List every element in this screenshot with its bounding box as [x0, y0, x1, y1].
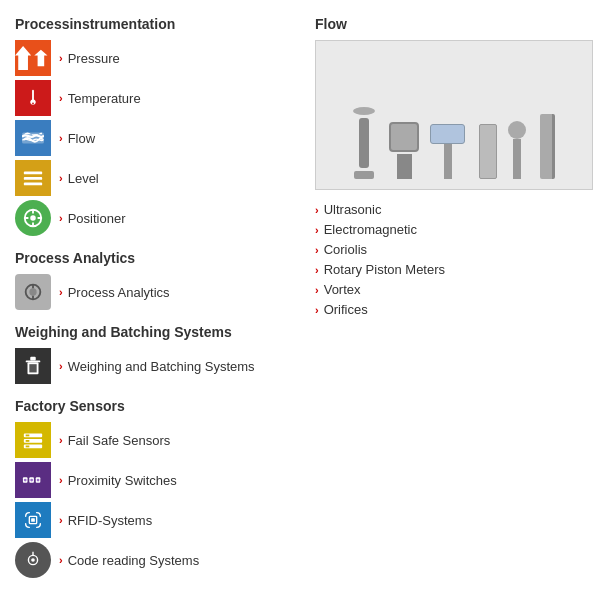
failsafe-link[interactable]: › Fail Safe Sensors	[59, 433, 170, 448]
flow-svg	[22, 127, 44, 149]
left-column: Processinstrumentation › Pressure	[0, 0, 300, 592]
weighing-link[interactable]: › Weighing and Batching Systems	[59, 359, 255, 374]
flow-image-inner	[316, 41, 592, 189]
positioner-icon	[15, 200, 51, 236]
flow-list-item-rotary[interactable]: › Rotary Piston Meters	[315, 262, 590, 277]
level-link[interactable]: › Level	[59, 171, 99, 186]
pressure-icon	[15, 40, 51, 76]
svg-rect-14	[30, 357, 36, 361]
rfid-svg	[22, 509, 44, 531]
flow-list-item-coriolis[interactable]: › Coriolis	[315, 242, 590, 257]
chevron-icon: ›	[59, 52, 63, 64]
menu-item-failsafe[interactable]: › Fail Safe Sensors	[15, 422, 285, 458]
flow-list: › Ultrasonic › Electromagnetic › Corioli…	[315, 202, 590, 317]
chevron-icon: ›	[59, 172, 63, 184]
menu-item-proximity[interactable]: › Proximity Switches	[15, 462, 285, 498]
section-processanalytics: Process Analytics › Process Analytics	[15, 250, 285, 310]
svg-rect-1	[24, 172, 42, 175]
chevron-icon: ›	[59, 212, 63, 224]
chevron-icon: ›	[315, 224, 319, 236]
temperature-svg	[22, 87, 44, 109]
svg-rect-23	[26, 446, 30, 448]
chevron-icon: ›	[59, 554, 63, 566]
svg-rect-3	[24, 183, 42, 186]
section-title-factorysensors: Factory Sensors	[15, 398, 285, 414]
rfid-icon	[15, 502, 51, 538]
proximity-icon	[15, 462, 51, 498]
flow-list-item-ultrasonic[interactable]: › Ultrasonic	[315, 202, 590, 217]
svg-point-28	[30, 479, 33, 482]
section-title-processanalytics: Process Analytics	[15, 250, 285, 266]
svg-rect-17	[29, 364, 36, 372]
chevron-icon: ›	[59, 474, 63, 486]
svg-point-29	[37, 479, 40, 482]
svg-rect-31	[31, 518, 35, 522]
menu-item-weighing[interactable]: › Weighing and Batching Systems	[15, 348, 285, 384]
chevron-icon: ›	[315, 244, 319, 256]
svg-point-34	[31, 558, 35, 562]
chevron-icon: ›	[59, 434, 63, 446]
flow-list-item-vortex[interactable]: › Vortex	[315, 282, 590, 297]
failsafe-svg	[22, 429, 44, 451]
section-weighing: Weighing and Batching Systems › Weigh	[15, 324, 285, 384]
svg-rect-21	[26, 435, 30, 437]
section-processinstrumentation: Processinstrumentation › Pressure	[15, 16, 285, 236]
chevron-icon: ›	[59, 360, 63, 372]
code-icon	[15, 542, 51, 578]
temperature-icon	[15, 80, 51, 116]
chevron-icon: ›	[59, 92, 63, 104]
flow-list-item-electromagnetic[interactable]: › Electromagnetic	[315, 222, 590, 237]
chevron-icon: ›	[315, 284, 319, 296]
flow-list-item-orifices[interactable]: › Orifices	[315, 302, 590, 317]
analytics-svg	[22, 281, 44, 303]
chevron-icon: ›	[315, 264, 319, 276]
level-svg	[22, 167, 44, 189]
svg-point-5	[30, 215, 36, 221]
level-icon	[15, 160, 51, 196]
menu-item-code[interactable]: › Code reading Systems	[15, 542, 285, 578]
section-title-processinstrumentation: Processinstrumentation	[15, 16, 285, 32]
menu-item-positioner[interactable]: › Positioner	[15, 200, 285, 236]
page-layout: Processinstrumentation › Pressure	[0, 0, 605, 592]
right-column: Flow	[300, 0, 605, 592]
failsafe-icon	[15, 422, 51, 458]
instrument-group	[353, 107, 555, 179]
svg-rect-15	[26, 361, 41, 363]
svg-rect-2	[24, 177, 42, 180]
menu-item-processanalytics[interactable]: › Process Analytics	[15, 274, 285, 310]
menu-item-level[interactable]: › Level	[15, 160, 285, 196]
proximity-svg	[22, 469, 44, 491]
temperature-link[interactable]: › Temperature	[59, 91, 141, 106]
weighing-icon	[15, 348, 51, 384]
menu-item-rfid[interactable]: › RFID-Systems	[15, 502, 285, 538]
section-factorysensors: Factory Sensors ›	[15, 398, 285, 578]
flow-product-image	[315, 40, 593, 190]
weighing-svg	[22, 355, 44, 377]
svg-point-27	[24, 479, 27, 482]
positioner-svg	[22, 207, 44, 229]
section-title-flow: Flow	[315, 16, 590, 32]
section-title-weighing: Weighing and Batching Systems	[15, 324, 285, 340]
menu-item-pressure[interactable]: › Pressure	[15, 40, 285, 76]
positioner-link[interactable]: › Positioner	[59, 211, 125, 226]
proximity-link[interactable]: › Proximity Switches	[59, 473, 177, 488]
pressure-svg	[31, 47, 51, 69]
flow-icon	[15, 120, 51, 156]
processanalytics-link[interactable]: › Process Analytics	[59, 285, 170, 300]
chevron-icon: ›	[315, 304, 319, 316]
flow-link[interactable]: › Flow	[59, 131, 95, 146]
analytics-icon	[15, 274, 51, 310]
menu-item-flow[interactable]: › Flow	[15, 120, 285, 156]
svg-rect-22	[26, 440, 30, 442]
menu-item-temperature[interactable]: › Temperature	[15, 80, 285, 116]
svg-rect-0	[22, 133, 44, 144]
svg-point-11	[29, 288, 36, 295]
chevron-icon: ›	[59, 286, 63, 298]
chevron-icon: ›	[59, 132, 63, 144]
rfid-link[interactable]: › RFID-Systems	[59, 513, 152, 528]
code-link[interactable]: › Code reading Systems	[59, 553, 199, 568]
chevron-icon: ›	[59, 514, 63, 526]
chevron-icon: ›	[315, 204, 319, 216]
code-svg	[22, 549, 44, 571]
pressure-link[interactable]: › Pressure	[59, 51, 120, 66]
